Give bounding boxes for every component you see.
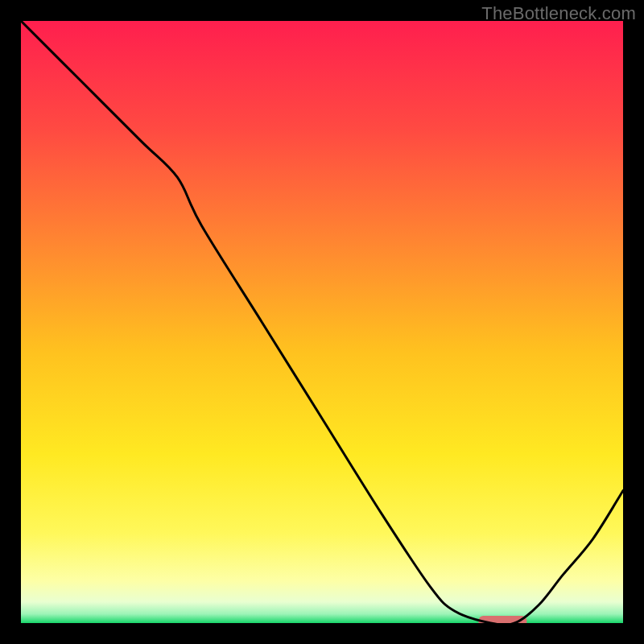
plot-area [21, 21, 623, 623]
chart-frame: TheBottleneck.com [0, 0, 644, 644]
chart-svg [21, 21, 623, 623]
